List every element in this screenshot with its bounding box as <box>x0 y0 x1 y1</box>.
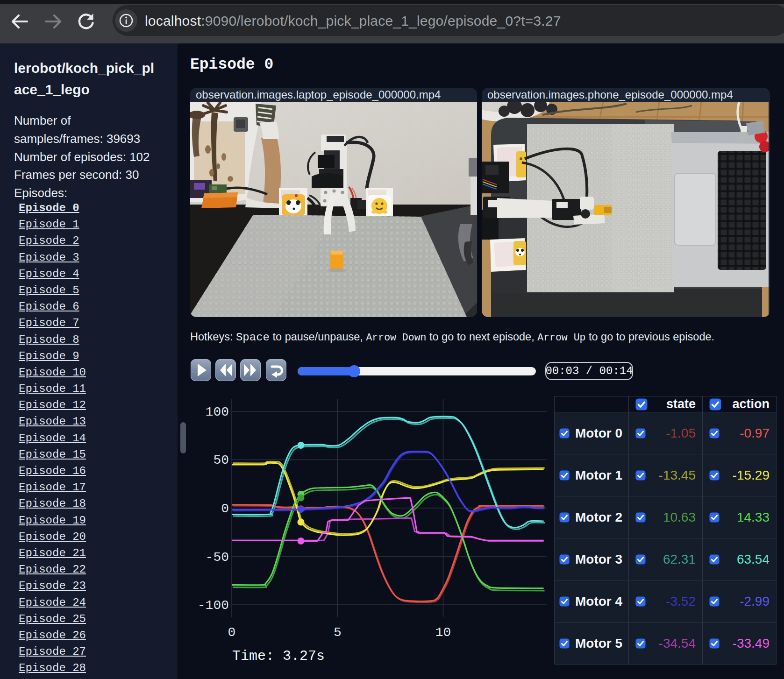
svg-text:-100: -100 <box>198 598 229 613</box>
svg-text:5: 5 <box>334 625 342 636</box>
svg-text:0: 0 <box>221 502 229 516</box>
svg-text:100: 100 <box>206 405 229 419</box>
svg-text:-50: -50 <box>206 550 229 565</box>
svg-text:10: 10 <box>435 625 451 636</box>
svg-text:0: 0 <box>228 625 236 636</box>
svg-text:50: 50 <box>213 453 229 467</box>
